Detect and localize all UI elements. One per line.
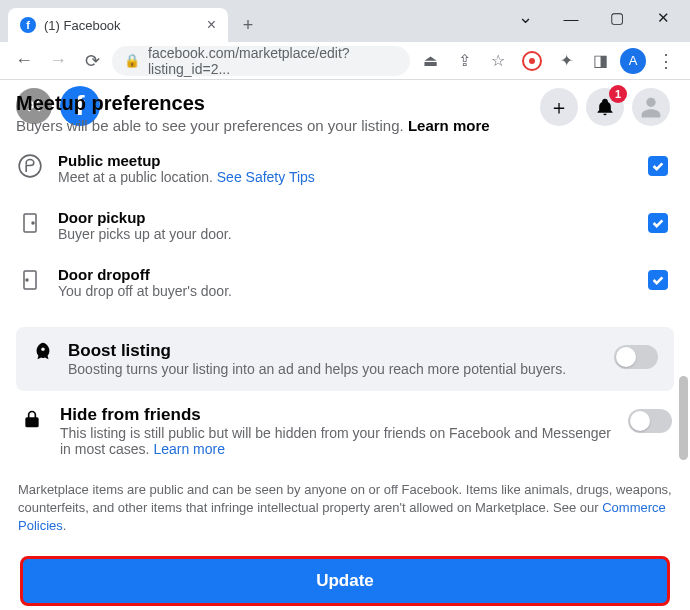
public-meetup-icon [16,152,44,180]
boost-listing-box: Boost listing Boosting turns your listin… [16,327,674,391]
browser-tab[interactable]: f (1) Facebook × [8,8,228,42]
address-bar[interactable]: 🔒 facebook.com/marketplace/edit?listing_… [112,46,410,76]
reload-button[interactable]: ⟳ [78,47,106,75]
forward-button: → [44,47,72,75]
pref-public-meetup: Public meetup Meet at a public location.… [16,138,674,195]
chrome-profile-avatar[interactable]: A [620,48,646,74]
section-subtitle: Buyers will be able to see your preferen… [16,117,674,134]
window-minimize-icon[interactable]: — [552,4,590,32]
pref-title: Door dropoff [58,266,634,283]
hide-title: Hide from friends [60,405,614,425]
boost-title: Boost listing [68,341,600,361]
section-title: Meetup preferences [16,92,674,115]
install-icon[interactable]: ⏏ [416,47,444,75]
browser-titlebar: f (1) Facebook × + ⌄ — ▢ ✕ [0,0,690,42]
checkbox-door-pickup[interactable] [648,213,668,233]
door-pickup-icon [16,209,44,237]
learn-more-link[interactable]: Learn more [408,117,490,134]
window-minimize-dash[interactable]: ⌄ [506,4,544,32]
hide-from-friends-row: Hide from friends This listing is still … [16,391,674,471]
back-button[interactable]: ← [10,47,38,75]
pref-door-dropoff: Door dropoff You drop off at buyer's doo… [16,252,674,309]
scrollbar-thumb[interactable] [679,376,688,460]
hide-subtitle: This listing is still public but will be… [60,425,614,457]
browser-toolbar: ← → ⟳ 🔒 facebook.com/marketplace/edit?li… [0,42,690,80]
boost-toggle[interactable] [614,345,658,369]
share-icon[interactable]: ⇪ [450,47,478,75]
pref-subtitle: You drop off at buyer's door. [58,283,634,299]
pref-subtitle: Meet at a public location. See Safety Ti… [58,169,634,185]
update-button[interactable]: Update [20,556,670,606]
extensions-icon[interactable]: ✦ [552,47,580,75]
pref-title: Public meetup [58,152,634,169]
window-controls: ⌄ — ▢ ✕ [506,4,682,32]
extension-target-icon[interactable] [518,47,546,75]
pref-title: Door pickup [58,209,634,226]
bookmark-star-icon[interactable]: ☆ [484,47,512,75]
boost-subtitle: Boosting turns your listing into an ad a… [68,361,600,377]
checkbox-public-meetup[interactable] [648,156,668,176]
safety-tips-link[interactable]: See Safety Tips [217,169,315,185]
tab-title: (1) Facebook [44,18,121,33]
lock-icon: 🔒 [124,53,140,68]
footer-disclaimer: Marketplace items are public and can be … [16,471,674,546]
close-tab-icon[interactable]: × [207,16,216,34]
rocket-icon [32,341,54,363]
checkbox-door-dropoff[interactable] [648,270,668,290]
svg-point-2 [32,222,34,224]
sidepanel-icon[interactable]: ◨ [586,47,614,75]
window-maximize-icon[interactable]: ▢ [598,4,636,32]
lock-icon [18,405,46,433]
chrome-menu-icon[interactable]: ⋮ [652,50,680,72]
door-dropoff-icon [16,266,44,294]
pref-subtitle: Buyer picks up at your door. [58,226,634,242]
window-close-icon[interactable]: ✕ [644,4,682,32]
facebook-favicon: f [20,17,36,33]
url-text: facebook.com/marketplace/edit?listing_id… [148,45,398,77]
pref-door-pickup: Door pickup Buyer picks up at your door. [16,195,674,252]
hide-learn-more-link[interactable]: Learn more [153,441,225,457]
svg-point-4 [26,279,28,281]
hide-toggle[interactable] [628,409,672,433]
new-tab-button[interactable]: + [234,11,262,39]
